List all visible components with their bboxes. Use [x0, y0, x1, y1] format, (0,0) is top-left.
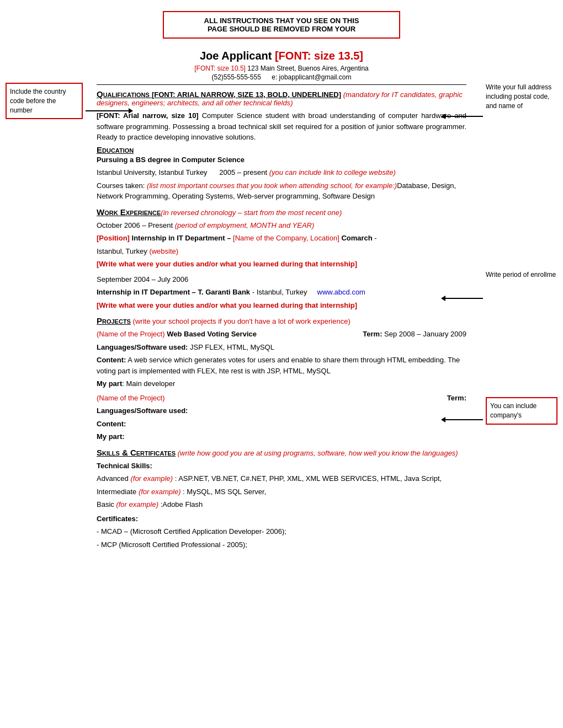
project1-content-label: Content:	[97, 356, 126, 364]
edu-period-note: (you can include link to college website…	[269, 168, 396, 176]
qual-heading: Qualifications [Font: Arial Narrow, size…	[97, 89, 466, 107]
qual-font-note: [Font: Arial Narrow, size 13, bold, unde…	[152, 90, 341, 99]
work-job2-title: Internship in IT Department – T. Garanti…	[97, 288, 250, 296]
project2-lang-label: Languages/Software used:	[97, 406, 188, 415]
project1-term: Sep 2008 – January 2009	[384, 330, 466, 338]
education-section: Education Pursuing a BS degree in Comput…	[97, 145, 466, 202]
work-job1-company: [Name of the Company, Location]	[233, 234, 339, 242]
intermediate-value: : MySQL, MS SQL Server,	[183, 488, 266, 496]
work-job1-period-text: October 2006 – Present	[97, 221, 173, 229]
project1-term-area: Term: Sep 2008 – January 2009	[363, 329, 466, 340]
basic-note: (for example)	[116, 500, 158, 508]
edu-courses-line: Courses taken: (list most important cour…	[97, 180, 466, 202]
work-heading-line: Work Experience(in reversed chronology –…	[97, 207, 466, 217]
email-text: e: jobapplicant@gmail.com	[272, 73, 351, 81]
cert-label: Certificates:	[97, 515, 138, 523]
work-job1-period: October 2006 – Present (period of employ…	[97, 220, 466, 231]
project1-lang-line: Languages/Software used: JSP FLEX, HTML,…	[97, 342, 466, 353]
name-font-note: [FONT: size 13.5]	[275, 50, 363, 62]
technical-skills-heading: Technical Skills:	[97, 461, 466, 472]
work-job2-period: September 2004 – July 2006	[97, 274, 466, 285]
project1-lang: JSP FLEX, HTML, MySQL	[190, 343, 274, 351]
qual-heading-text: Qualifications	[97, 89, 152, 99]
project2-term-label: Term:	[447, 394, 466, 402]
project2-content-line: Content:	[97, 419, 466, 430]
intermediate-note: (for example)	[139, 488, 181, 496]
work-heading: Work Experience	[97, 207, 161, 217]
project1-term-label: Term:	[363, 330, 382, 338]
edu-degree-title: Pursuing a BS degree in Computer Science	[97, 154, 466, 165]
arrow-edu	[444, 298, 483, 299]
arrow-left	[86, 110, 130, 111]
main-content: Joe Applicant [FONT: size 13.5] [FONT: s…	[97, 50, 466, 550]
side-annotation-right-work: You can include company's	[486, 397, 557, 425]
advanced-value: : ASP.NET, VB.NET, C#.NET, PHP, XML, XML…	[175, 474, 442, 483]
qual-font-body-note: [FONT: Arial narrow, size 10]	[97, 111, 199, 120]
instruction-line1: ALL INSTRUCTIONS THAT YOU SEE ON THIS	[171, 17, 392, 25]
skills-heading-line: Skills & Certificates (write how good yo…	[97, 448, 466, 457]
intermediate-label: Intermediate	[97, 488, 136, 496]
projects-heading-line: Projects (write your school projects if …	[97, 316, 466, 325]
address-text: 123 Main Street, Buenos Aires, Argentina	[247, 65, 368, 72]
side-right-edu-text: Write period of enrollme	[486, 271, 556, 279]
projects-heading: Projects	[97, 316, 131, 325]
basic-value: :Adobe Flash	[161, 500, 203, 508]
resume-header: Joe Applicant [FONT: size 13.5] [FONT: s…	[97, 50, 466, 85]
project1-mypart: Main developer	[126, 379, 175, 388]
tech-skills-label: Technical Skills:	[97, 462, 152, 470]
cert-item2: - MCP (Microsoft Certified Professional …	[97, 539, 466, 550]
side-annotation-left: Include the country code before the numb…	[6, 83, 83, 119]
applicant-name: Joe Applicant	[200, 50, 272, 62]
project2-lang-line: Languages/Software used:	[97, 405, 466, 416]
work-job1-title-line: [Position] Internship in IT Department –…	[97, 233, 466, 244]
name-line: Joe Applicant [FONT: size 13.5]	[97, 50, 466, 62]
edu-courses-note: (list most important courses that you to…	[147, 181, 397, 190]
basic-line: Basic (for example) :Adobe Flash	[97, 499, 466, 510]
qual-body: [FONT: Arial narrow, size 10] Computer S…	[97, 110, 466, 143]
project1-name-label: (Name of the Project)	[97, 330, 165, 338]
edu-school: Istanbul University, Istanbul Turkey	[97, 168, 208, 176]
work-job2-website[interactable]: www.abcd.com	[317, 288, 365, 296]
work-job2-location: - Istanbul, Turkey	[252, 288, 307, 296]
instruction-box: ALL INSTRUCTIONS THAT YOU SEE ON THIS PA…	[163, 11, 400, 39]
advanced-line: Advanced (for example) : ASP.NET, VB.NET…	[97, 473, 466, 484]
work-experience-section: Work Experience(in reversed chronology –…	[97, 207, 466, 311]
work-job1-duties: [Write what were your duties and/or what…	[97, 259, 466, 270]
address-line: [FONT: size 10.5] 123 Main Street, Bueno…	[97, 65, 466, 72]
project2-term-area: Term:	[447, 393, 466, 404]
project1-lang-label: Languages/Software used:	[97, 343, 188, 351]
side-annotation-right-top: Write your full address including postal…	[486, 83, 557, 110]
work-job1-location: Istanbul, Turkey	[97, 247, 147, 255]
phone-text: (52)555-555-555	[211, 73, 261, 81]
side-left-text: Include the country code before the numb…	[10, 88, 66, 114]
side-right-top-text: Write your full address including postal…	[486, 83, 551, 110]
phone-line: (52)555-555-555 e: jobapplicant@gmail.co…	[97, 73, 466, 81]
edu-school-line: Istanbul University, Istanbul Turkey 200…	[97, 167, 466, 178]
qualifications-section: Qualifications [Font: Arial Narrow, size…	[97, 89, 466, 143]
arrow-work	[444, 419, 483, 420]
header-divider	[97, 84, 466, 85]
project2-title-line: (Name of the Project) Term:	[97, 393, 466, 404]
project2-mypart-label: My part:	[97, 432, 125, 441]
project2-content-label: Content:	[97, 420, 126, 428]
work-job1-company-name: Comarch	[341, 234, 372, 242]
skills-section: Skills & Certificates (write how good yo…	[97, 448, 466, 550]
project1-content: A web service which generates votes for …	[97, 356, 460, 375]
education-heading: Education	[97, 145, 466, 154]
cert-item1: - MCAD – (Microsoft Certified Applicatio…	[97, 526, 466, 537]
work-job1-title: Internship in IT Department –	[132, 234, 231, 242]
edu-period: 2005 – present	[219, 168, 267, 176]
work-job2-title-line: Internship in IT Department – T. Garanti…	[97, 287, 466, 298]
side-annotation-right-edu: Write period of enrollme	[486, 270, 557, 280]
work-job1-website: (website)	[149, 247, 178, 255]
work-job1-position-label: [Position]	[97, 234, 130, 242]
project1-name: Web Based Voting Service	[167, 330, 257, 338]
work-job1-dash: -	[374, 234, 376, 242]
edu-courses-label: Courses taken:	[97, 181, 145, 190]
work-job1-loc-line: Istanbul, Turkey (website)	[97, 246, 466, 257]
certificates-heading: Certificates:	[97, 513, 466, 524]
work-job2-duties: [Write what were your duties and/or what…	[97, 300, 466, 311]
instruction-line2: PAGE SHOULD BE REMOVED FROM YOUR	[171, 25, 392, 33]
edu-degree-title-text: Pursuing a BS degree in Computer Science	[97, 156, 245, 164]
project1-mypart-label: My part	[97, 379, 122, 388]
